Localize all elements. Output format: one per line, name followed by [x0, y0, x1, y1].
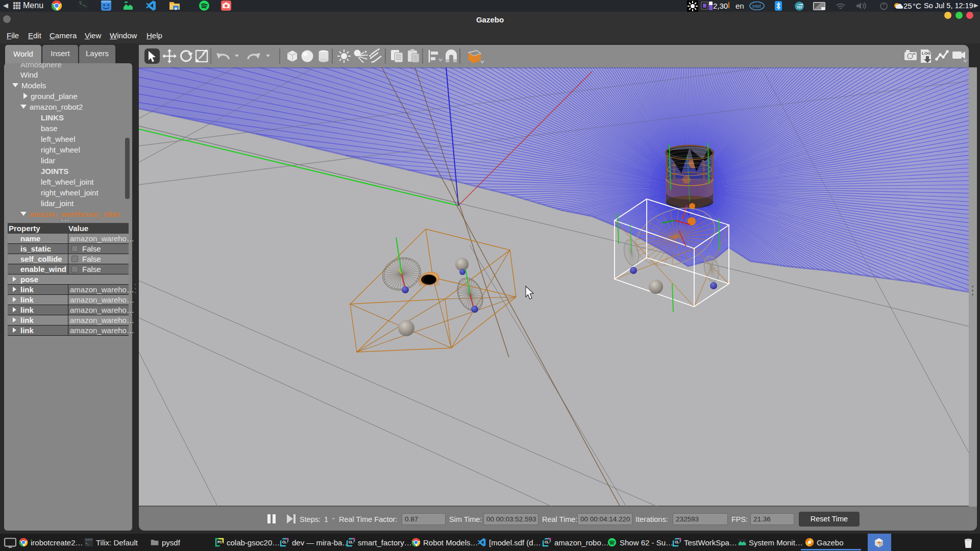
svg-text:CL: CL: [349, 540, 353, 544]
svg-text:>_: >_: [85, 542, 89, 545]
svg-text:PC: PC: [217, 540, 222, 544]
svg-text:707: 707: [797, 6, 803, 9]
svg-text:LOG: LOG: [922, 51, 930, 56]
svg-text:>_: >_: [84, 5, 87, 8]
svg-text:intel: intel: [752, 4, 761, 9]
svg-text:>_: >_: [80, 2, 84, 6]
svg-text:CL: CL: [282, 540, 287, 544]
svg-text:CL: CL: [545, 540, 549, 544]
svg-text:CL: CL: [675, 540, 679, 544]
